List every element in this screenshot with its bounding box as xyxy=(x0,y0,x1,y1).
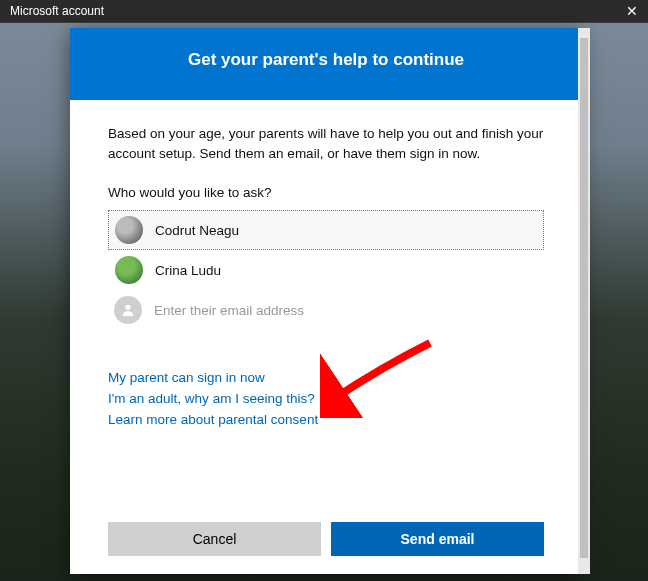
dialog-body: Based on your age, your parents will hav… xyxy=(70,100,582,508)
dialog: Get your parent's help to continue Based… xyxy=(70,28,582,574)
svg-point-0 xyxy=(125,305,130,310)
intro-text: Based on your age, your parents will hav… xyxy=(108,124,544,163)
parent-list: Codrut Neagu Crina Ludu xyxy=(108,210,544,330)
parent-name: Crina Ludu xyxy=(155,263,221,278)
scrollbar[interactable] xyxy=(578,28,590,574)
avatar xyxy=(115,256,143,284)
learn-more-link[interactable]: Learn more about parental consent xyxy=(108,412,544,427)
adult-link[interactable]: I'm an adult, why am I seeing this? xyxy=(108,391,544,406)
dialog-title: Get your parent's help to continue xyxy=(70,28,582,100)
person-icon xyxy=(114,296,142,324)
parent-name: Codrut Neagu xyxy=(155,223,239,238)
window-titlebar: Microsoft account ✕ xyxy=(0,0,648,22)
avatar xyxy=(115,216,143,244)
send-email-button[interactable]: Send email xyxy=(331,522,544,556)
parent-option[interactable]: Codrut Neagu xyxy=(108,210,544,250)
parent-email-option[interactable] xyxy=(108,290,544,330)
parent-signin-link[interactable]: My parent can sign in now xyxy=(108,370,544,385)
prompt-text: Who would you like to ask? xyxy=(108,185,544,200)
desktop-background: Microsoft account ✕ Get your parent's he… xyxy=(0,0,648,581)
help-links: My parent can sign in now I'm an adult, … xyxy=(108,370,544,427)
cancel-button[interactable]: Cancel xyxy=(108,522,321,556)
parent-email-input[interactable] xyxy=(154,303,414,318)
dialog-buttons: Cancel Send email xyxy=(70,508,582,574)
window-title: Microsoft account xyxy=(10,4,104,18)
scrollbar-thumb[interactable] xyxy=(580,38,588,558)
parent-option[interactable]: Crina Ludu xyxy=(108,250,544,290)
close-icon[interactable]: ✕ xyxy=(626,4,638,18)
